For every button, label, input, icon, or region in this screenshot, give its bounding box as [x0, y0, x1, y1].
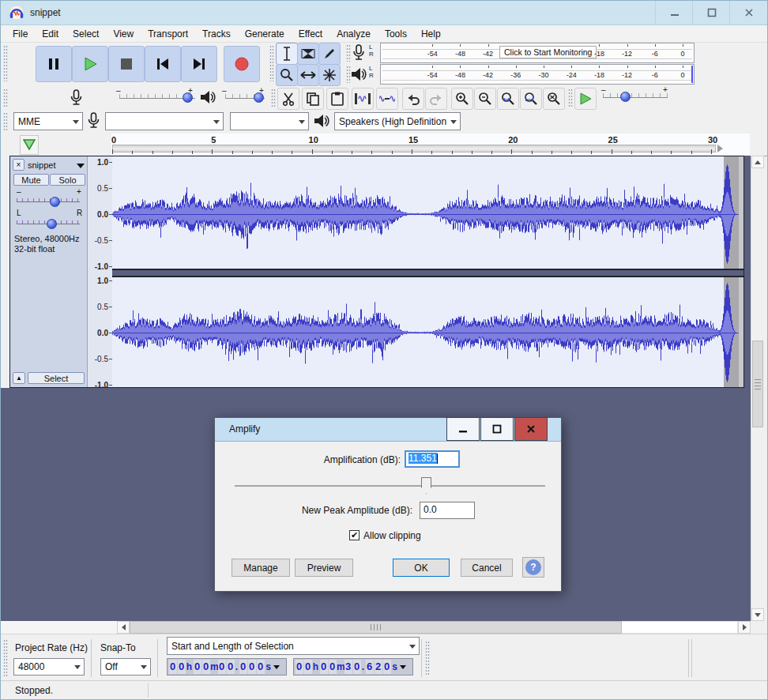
- multi-tool-button[interactable]: [318, 64, 341, 86]
- recording-volume-thumb[interactable]: [183, 92, 193, 103]
- amplification-input[interactable]: 11.351: [405, 450, 460, 468]
- amplification-slider-track[interactable]: [235, 485, 545, 487]
- new-peak-input[interactable]: 0.0: [420, 502, 475, 519]
- scroll-left-button[interactable]: [117, 621, 130, 634]
- play-speed-slider[interactable]: [603, 91, 668, 102]
- output-device-select[interactable]: Speakers (High Definition: [334, 112, 461, 130]
- record-button[interactable]: [224, 46, 260, 82]
- fit-project-button[interactable]: [520, 88, 542, 110]
- input-channels-select[interactable]: [230, 112, 309, 130]
- draw-tool-button[interactable]: [318, 43, 341, 65]
- horizontal-scrollbar[interactable]: [1, 621, 751, 634]
- collapse-track-button[interactable]: ▲: [13, 372, 25, 384]
- stop-button[interactable]: [108, 46, 145, 82]
- time-field-arrow-icon[interactable]: [273, 665, 280, 669]
- scroll-down-button[interactable]: [751, 608, 764, 621]
- device-toolbar-grabber[interactable]: [3, 112, 8, 131]
- menu-edit[interactable]: Edit: [35, 27, 66, 41]
- menu-generate[interactable]: Generate: [238, 27, 292, 41]
- zoom-toggle-button[interactable]: [543, 88, 565, 110]
- play-button[interactable]: [72, 46, 108, 82]
- track-control-panel[interactable]: × snippet Mute Solo – + L R Stereo, 4800…: [10, 156, 88, 387]
- snap-to-select[interactable]: Off: [100, 658, 151, 676]
- selection-toolbar-grabber[interactable]: [3, 639, 8, 677]
- timeshift-tool-button[interactable]: [297, 64, 319, 86]
- horizontal-scroll-thumb[interactable]: [130, 621, 622, 634]
- quick-play-band[interactable]: [112, 145, 716, 152]
- menu-file[interactable]: File: [6, 27, 35, 41]
- scroll-right-button[interactable]: [738, 621, 751, 634]
- vertical-scrollbar[interactable]: [751, 156, 764, 621]
- selection-start-field[interactable]: 00h00m00.000s: [167, 658, 287, 676]
- waveform-canvas[interactable]: [112, 156, 744, 387]
- play-at-speed-grabber[interactable]: [568, 88, 573, 107]
- zoom-in-button[interactable]: [451, 88, 473, 110]
- play-at-speed-button[interactable]: [574, 88, 597, 110]
- mixer-toolbar-grabber[interactable]: [3, 88, 8, 107]
- playback-volume-thumb[interactable]: [254, 92, 264, 103]
- manage-button[interactable]: Manage: [232, 559, 290, 577]
- transport-toolbar-grabber[interactable]: [3, 45, 8, 81]
- cancel-button[interactable]: Cancel: [461, 559, 513, 577]
- scroll-up-button[interactable]: [751, 156, 764, 168]
- project-rate-select[interactable]: 48000: [13, 658, 85, 676]
- close-button[interactable]: [729, 1, 767, 24]
- gain-slider[interactable]: [17, 197, 80, 206]
- tools-toolbar-grabber[interactable]: [269, 45, 274, 81]
- time-toolbar-grabber[interactable]: [425, 641, 430, 676]
- menu-select[interactable]: Select: [66, 27, 106, 41]
- menu-transport[interactable]: Transport: [141, 27, 195, 41]
- fit-selection-button[interactable]: [497, 88, 519, 110]
- copy-button[interactable]: [302, 88, 324, 110]
- menu-tracks[interactable]: Tracks: [195, 27, 238, 41]
- menu-tools[interactable]: Tools: [378, 27, 414, 41]
- zoom-out-button[interactable]: [474, 88, 496, 110]
- recording-meter-grabber[interactable]: [346, 44, 351, 62]
- silence-audio-button[interactable]: [376, 88, 398, 110]
- dialog-close-button[interactable]: [514, 417, 548, 441]
- solo-button[interactable]: Solo: [50, 174, 85, 186]
- preview-button[interactable]: Preview: [295, 559, 353, 577]
- track-name[interactable]: snippet: [28, 160, 55, 170]
- trim-audio-button[interactable]: [352, 88, 374, 110]
- mute-button[interactable]: Mute: [13, 174, 49, 186]
- dialog-title-bar[interactable]: Amplify: [215, 418, 561, 442]
- playback-volume-slider[interactable]: [225, 92, 265, 103]
- gain-thumb[interactable]: [50, 197, 60, 207]
- menu-effect[interactable]: Effect: [292, 27, 329, 41]
- vertical-ruler[interactable]: 1.00.50.0-0.5-1.01.00.50.0-0.5-1.0: [88, 156, 112, 387]
- skip-to-start-button[interactable]: [145, 46, 181, 82]
- minimize-button[interactable]: [655, 1, 693, 24]
- allow-clipping-checkbox[interactable]: ✔: [349, 530, 360, 540]
- selection-tool-button[interactable]: [276, 43, 298, 65]
- envelope-tool-button[interactable]: [297, 43, 319, 65]
- time-field-arrow-icon[interactable]: [400, 665, 406, 669]
- recording-meter[interactable]: Click to Start Monitoring -54-48-42-18-1…: [380, 43, 695, 63]
- track-select-button[interactable]: Select: [28, 372, 85, 384]
- pinned-play-head-button[interactable]: [20, 135, 39, 155]
- selection-length-field[interactable]: 00h00m30.620s: [293, 658, 413, 676]
- pause-button[interactable]: [36, 46, 72, 82]
- monitoring-overlay[interactable]: Click to Start Monitoring: [499, 46, 597, 58]
- title-bar[interactable]: snippet: [1, 1, 768, 25]
- undo-button[interactable]: [402, 88, 424, 110]
- playback-meter[interactable]: -54-48-42-36-30-24-18-12-60: [380, 64, 695, 85]
- pan-thumb[interactable]: [47, 219, 57, 229]
- ok-button[interactable]: OK: [393, 559, 450, 577]
- dialog-minimize-button[interactable]: [446, 417, 480, 441]
- redo-button[interactable]: [425, 88, 447, 110]
- help-button[interactable]: ?: [522, 557, 544, 578]
- timeline-ruler[interactable]: 051015202530: [111, 134, 750, 155]
- pan-slider[interactable]: [17, 219, 80, 228]
- input-device-select[interactable]: [105, 112, 224, 130]
- menu-help[interactable]: Help: [414, 27, 448, 41]
- amplification-slider-thumb[interactable]: [421, 477, 431, 494]
- dialog-maximize-button[interactable]: [480, 417, 514, 441]
- menu-view[interactable]: View: [106, 27, 141, 41]
- cut-button[interactable]: [277, 88, 299, 110]
- skip-to-end-button[interactable]: [181, 46, 217, 82]
- recording-volume-slider[interactable]: [119, 92, 195, 103]
- menu-analyze[interactable]: Analyze: [329, 27, 378, 41]
- zoom-tool-button[interactable]: [276, 64, 298, 86]
- edit-toolbar-grabber[interactable]: [271, 88, 276, 107]
